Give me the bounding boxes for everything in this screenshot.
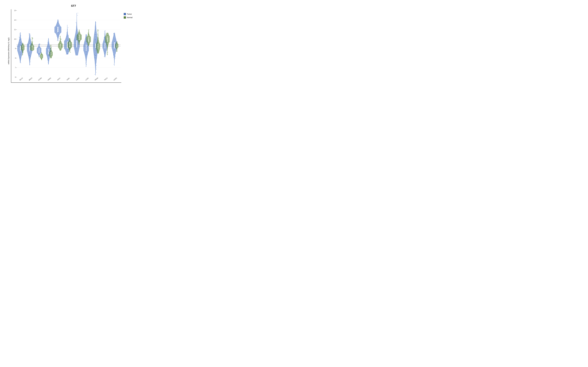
svg-rect-440 — [76, 37, 77, 38]
svg-rect-197 — [39, 45, 39, 46]
svg-rect-110 — [29, 54, 29, 54]
svg-rect-500 — [87, 47, 87, 47]
svg-rect-294 — [51, 49, 51, 49]
svg-rect-619 — [98, 45, 98, 46]
svg-rect-107 — [30, 65, 30, 65]
svg-rect-486 — [79, 40, 80, 40]
svg-rect-204 — [41, 57, 42, 57]
svg-rect-720 — [114, 50, 114, 51]
svg-rect-528 — [86, 53, 86, 53]
svg-rect-625 — [97, 34, 98, 35]
svg-rect-680 — [108, 41, 108, 41]
svg-rect-444 — [77, 29, 78, 30]
svg-rect-700 — [115, 45, 115, 45]
svg-rect-492 — [79, 33, 80, 33]
svg-rect-187 — [39, 44, 39, 44]
svg-rect-590 — [95, 41, 95, 41]
svg-rect-190 — [38, 54, 39, 54]
svg-rect-46 — [20, 43, 20, 43]
svg-text:PRAD: PRAD — [94, 77, 99, 81]
svg-rect-81 — [23, 51, 23, 51]
svg-rect-698 — [113, 55, 114, 55]
svg-rect-240 — [48, 50, 48, 50]
svg-rect-242 — [49, 56, 49, 56]
svg-rect-628 — [98, 51, 98, 51]
svg-rect-551 — [88, 42, 89, 42]
svg-rect-439 — [78, 43, 78, 43]
svg-rect-338 — [60, 43, 60, 43]
svg-rect-390 — [66, 39, 66, 39]
svg-rect-618 — [98, 38, 98, 39]
svg-rect-703 — [113, 46, 113, 46]
svg-rect-413 — [69, 50, 70, 50]
svg-rect-387 — [67, 36, 67, 37]
svg-rect-161 — [32, 48, 33, 48]
svg-rect-56 — [21, 63, 21, 63]
svg-rect-442 — [77, 37, 77, 37]
svg-rect-198 — [38, 49, 39, 49]
svg-rect-582 — [96, 58, 96, 58]
svg-rect-245 — [48, 64, 48, 64]
svg-rect-599 — [97, 50, 98, 50]
svg-rect-425 — [69, 38, 70, 39]
chart-container: ST7 mRNA Expression (RNASeq V2, log2) 67… — [6, 3, 141, 89]
svg-rect-588 — [95, 40, 95, 40]
svg-rect-523 — [86, 52, 86, 52]
svg-rect-378 — [68, 49, 68, 50]
svg-rect-321 — [58, 21, 59, 21]
svg-rect-502 — [85, 46, 86, 46]
y-axis-label: mRNA Expression (RNASeq V2, log2) — [6, 8, 11, 89]
svg-rect-702 — [114, 49, 114, 50]
svg-rect-354 — [61, 49, 61, 50]
svg-rect-272 — [50, 45, 51, 45]
svg-rect-529 — [86, 54, 87, 54]
svg-rect-319 — [58, 37, 58, 38]
svg-rect-578 — [95, 40, 95, 40]
svg-rect-109 — [30, 44, 30, 45]
svg-rect-336 — [60, 46, 61, 46]
svg-rect-454 — [76, 53, 77, 53]
svg-text:7: 7 — [15, 67, 16, 68]
svg-rect-364 — [61, 39, 61, 39]
svg-rect-106 — [28, 56, 29, 56]
svg-rect-355 — [60, 44, 60, 45]
svg-rect-115 — [29, 58, 30, 58]
svg-rect-313 — [59, 29, 59, 29]
svg-rect-368 — [68, 36, 69, 36]
svg-rect-243 — [48, 42, 48, 43]
svg-rect-388 — [66, 33, 67, 33]
svg-rect-75 — [23, 47, 23, 47]
svg-rect-733 — [117, 51, 117, 52]
svg-rect-158 — [32, 40, 32, 40]
svg-rect-715 — [115, 39, 115, 39]
svg-rect-508 — [86, 60, 86, 60]
svg-rect-527 — [86, 44, 87, 44]
svg-rect-273 — [51, 51, 51, 51]
svg-rect-448 — [76, 30, 77, 30]
svg-rect-745 — [117, 44, 117, 45]
svg-rect-59 — [20, 50, 20, 50]
svg-rect-246 — [48, 62, 48, 63]
svg-rect-690 — [108, 36, 108, 36]
svg-rect-749 — [116, 45, 117, 46]
svg-rect-518 — [86, 42, 86, 42]
svg-rect-43 — [21, 36, 21, 36]
svg-rect-261 — [48, 51, 49, 52]
svg-rect-682 — [107, 54, 107, 54]
svg-rect-661 — [105, 47, 105, 47]
svg-rect-449 — [78, 13, 78, 13]
svg-rect-170 — [39, 49, 40, 49]
svg-rect-92 — [23, 44, 23, 45]
svg-rect-642 — [105, 56, 105, 56]
svg-rect-256 — [48, 55, 48, 56]
svg-rect-594 — [95, 37, 96, 37]
svg-rect-524 — [86, 50, 86, 50]
svg-rect-286 — [51, 48, 51, 48]
svg-rect-547 — [88, 43, 88, 43]
svg-rect-152 — [31, 48, 32, 49]
svg-rect-616 — [98, 30, 98, 31]
svg-rect-150 — [32, 44, 33, 44]
svg-rect-55 — [19, 38, 20, 38]
svg-rect-595 — [95, 33, 96, 33]
svg-rect-148 — [32, 48, 33, 48]
